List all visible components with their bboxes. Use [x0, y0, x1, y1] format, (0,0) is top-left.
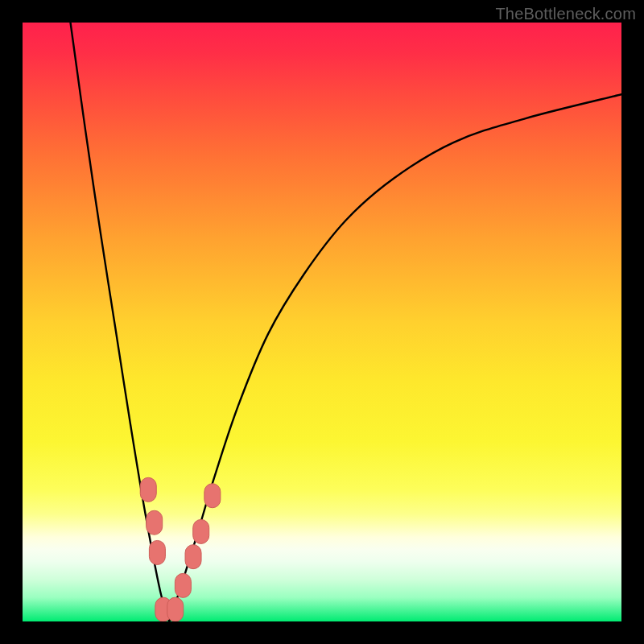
data-marker: [185, 545, 201, 569]
watermark-label: TheBottleneck.com: [495, 5, 636, 23]
data-marker: [193, 519, 209, 543]
data-marker: [167, 597, 184, 621]
plot-area: [23, 23, 621, 621]
chart-frame: TheBottleneck.com: [0, 0, 644, 644]
data-marker: [140, 477, 156, 502]
marker-group: [140, 477, 221, 621]
data-marker: [204, 484, 221, 508]
data-marker: [147, 510, 163, 535]
curve-right-branch: [169, 94, 621, 621]
chart-overlay: [23, 23, 621, 621]
data-marker: [175, 573, 191, 597]
data-marker: [149, 540, 165, 564]
